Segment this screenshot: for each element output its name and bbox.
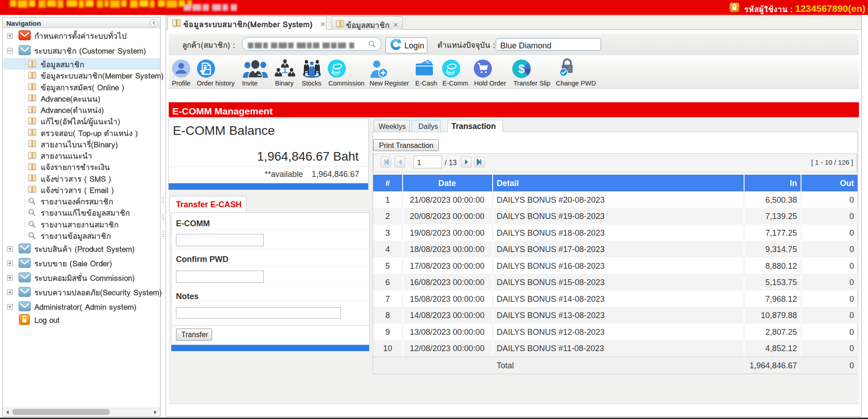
svg-text:$: $ [518,62,525,76]
